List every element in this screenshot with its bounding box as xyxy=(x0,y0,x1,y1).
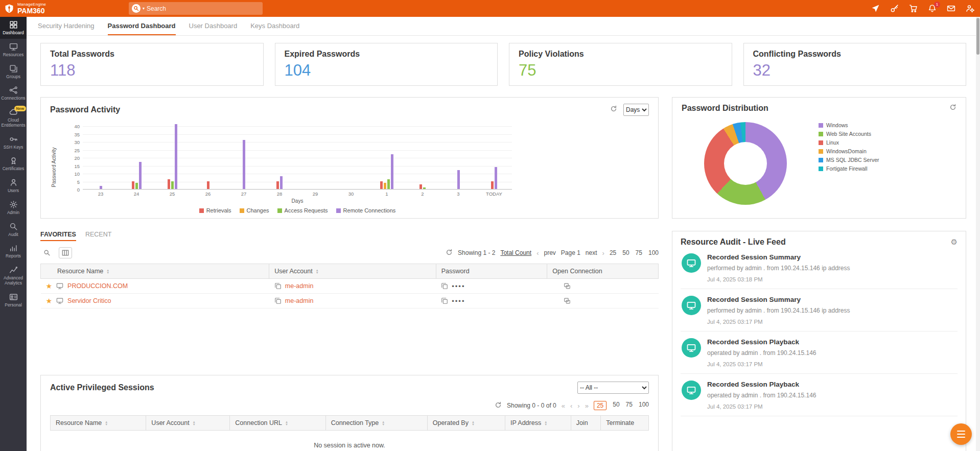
tab-favorites[interactable]: FAVORITES xyxy=(40,231,76,241)
refresh-icon[interactable] xyxy=(446,249,453,257)
sidebar-item-personal[interactable]: Personal xyxy=(0,289,27,311)
col-operated-by[interactable]: Operated By▲▼ xyxy=(427,416,505,431)
sort-icon[interactable]: ▲▼ xyxy=(382,421,385,426)
stat-card[interactable]: Policy Violations 75 xyxy=(509,43,732,86)
sort-icon[interactable]: ▲▼ xyxy=(316,269,319,274)
whats-new-icon[interactable] xyxy=(870,4,880,14)
activity-range-select[interactable]: Days xyxy=(623,104,649,116)
scrollbar-thumb[interactable] xyxy=(976,18,979,55)
col-ip-address[interactable]: IP Address▲▼ xyxy=(505,416,571,431)
refresh-icon[interactable] xyxy=(610,105,617,114)
total-count-link[interactable]: Total Count xyxy=(500,249,531,256)
user-settings-icon[interactable] xyxy=(965,4,975,14)
page-size-100[interactable]: 100 xyxy=(639,401,649,410)
sort-icon[interactable]: ▲▼ xyxy=(472,421,475,426)
store-cart-icon[interactable] xyxy=(908,4,918,14)
next-label[interactable]: next xyxy=(586,249,597,256)
sidebar-item-groups[interactable]: Groups xyxy=(0,61,27,83)
resource-link[interactable]: Servidor Critico xyxy=(67,297,111,304)
feed-item[interactable]: Recorded Session Summary performed by ad… xyxy=(681,289,958,331)
tab-user-dashboard[interactable]: User Dashboard xyxy=(189,17,238,35)
sort-icon[interactable]: ▲▼ xyxy=(285,421,288,426)
sidebar-item-admin[interactable]: Admin xyxy=(0,197,27,219)
sidebar-item-certificates[interactable]: Certificates xyxy=(0,153,27,175)
sidebar-item-resources[interactable]: Resources xyxy=(0,39,27,61)
sidebar-item-dashboard[interactable]: Dashboard xyxy=(0,17,27,39)
resource-link[interactable]: PRODUCCION.COM xyxy=(67,282,128,290)
open-connection-icon[interactable] xyxy=(552,297,571,305)
next-page-icon[interactable]: › xyxy=(577,402,579,410)
last-page-icon[interactable]: » xyxy=(585,402,589,410)
tools-icon[interactable] xyxy=(889,4,899,14)
col-resource-name[interactable]: Resource Name▲▼ xyxy=(41,264,269,279)
brand-logo[interactable]: ManageEngine PAM360 xyxy=(0,3,97,14)
sidebar-item-advanced-analytics[interactable]: Advanced Analytics xyxy=(0,262,27,289)
copy-icon[interactable] xyxy=(274,282,282,290)
page-size-75[interactable]: 75 xyxy=(636,249,642,256)
tab-keys-dashboard[interactable]: Keys Dashboard xyxy=(250,17,299,35)
sidebar-item-reports[interactable]: Reports xyxy=(0,240,27,262)
feed-item[interactable]: Recorded Session Playback operated by ad… xyxy=(681,331,958,374)
stat-card[interactable]: Conflicting Passwords 32 xyxy=(743,43,967,86)
refresh-icon[interactable] xyxy=(949,104,956,113)
search-icon[interactable] xyxy=(132,4,141,13)
page-size-25[interactable]: 25 xyxy=(610,249,616,256)
prev-page-icon[interactable]: ‹ xyxy=(536,249,539,257)
search-input[interactable] xyxy=(147,5,239,12)
col-connection-type[interactable]: Connection Type▲▼ xyxy=(325,416,427,431)
stat-card[interactable]: Expired Passwords 104 xyxy=(275,43,498,86)
feed-item[interactable]: Recorded Session Playback operated by ad… xyxy=(681,374,958,416)
panel-title: Password Activity xyxy=(50,105,120,114)
page-size-25[interactable]: 25 xyxy=(594,401,606,410)
tab-recent[interactable]: RECENT xyxy=(85,231,111,241)
analytics-icon xyxy=(9,266,18,274)
refresh-icon[interactable] xyxy=(495,401,502,410)
sort-icon[interactable]: ▲▼ xyxy=(106,269,109,274)
col-user-account[interactable]: User Account▲▼ xyxy=(269,264,436,279)
sidebar-item-users[interactable]: Users xyxy=(0,175,27,197)
sidebar-item-ssh-keys[interactable]: SSH Keys xyxy=(0,131,27,153)
sidebar-item-audit[interactable]: Audit xyxy=(0,219,27,241)
sidebar-item-cloud-entitlements[interactable]: New Cloud Entitlements xyxy=(0,104,27,131)
copy-icon[interactable] xyxy=(441,297,448,305)
session-filter-select[interactable]: -- All -- xyxy=(577,382,649,394)
open-connection-icon[interactable] xyxy=(552,282,571,290)
sort-icon[interactable]: ▲▼ xyxy=(544,421,547,426)
mail-icon[interactable] xyxy=(946,4,956,14)
next-page-icon[interactable]: › xyxy=(602,249,604,257)
account-link[interactable]: me-admin xyxy=(285,297,314,304)
sort-icon[interactable]: ▲▼ xyxy=(193,421,196,426)
tab-security-hardening[interactable]: Security Hardening xyxy=(38,17,95,35)
prev-label[interactable]: prev xyxy=(544,249,555,256)
feed-item[interactable]: Recorded Session Summary performed by ad… xyxy=(681,247,958,289)
col-user-account[interactable]: User Account▲▼ xyxy=(146,416,230,431)
copy-icon[interactable] xyxy=(274,297,282,305)
sort-icon[interactable]: ▲▼ xyxy=(105,421,108,426)
global-search[interactable]: ▾ xyxy=(129,2,263,15)
col-open-connection[interactable]: Open Connection xyxy=(547,264,659,279)
page-scrollbar[interactable] xyxy=(976,17,980,451)
notifications-bell-icon[interactable]: 1 xyxy=(927,4,937,14)
column-chooser-icon[interactable] xyxy=(59,247,72,258)
page-size-50[interactable]: 50 xyxy=(613,401,619,410)
copy-icon[interactable] xyxy=(441,282,448,290)
favorite-star-icon[interactable]: ★ xyxy=(46,282,53,290)
favorite-star-icon[interactable]: ★ xyxy=(46,297,53,305)
col-password[interactable]: Password xyxy=(436,264,547,279)
quick-actions-fab[interactable] xyxy=(950,423,972,445)
page-size-100[interactable]: 100 xyxy=(648,249,659,256)
sidebar-item-connections[interactable]: Connections xyxy=(0,82,27,104)
search-scope-caret-icon[interactable]: ▾ xyxy=(143,6,145,11)
page-size-50[interactable]: 50 xyxy=(622,249,629,256)
feed-item-title: Recorded Session Playback xyxy=(707,338,816,346)
prev-page-icon[interactable]: ‹ xyxy=(570,402,572,410)
tab-password-dashboard[interactable]: Password Dashboard xyxy=(108,17,176,35)
table-search-icon[interactable] xyxy=(40,247,54,258)
first-page-icon[interactable]: « xyxy=(562,402,565,410)
feed-settings-gear-icon[interactable]: ⚙ xyxy=(951,238,958,247)
col-resource-name[interactable]: Resource Name▲▼ xyxy=(51,416,146,431)
stat-card[interactable]: Total Passwords 118 xyxy=(40,43,264,86)
col-connection-url[interactable]: Connection URL▲▼ xyxy=(230,416,325,431)
page-size-75[interactable]: 75 xyxy=(626,401,633,410)
account-link[interactable]: me-admin xyxy=(285,282,314,290)
